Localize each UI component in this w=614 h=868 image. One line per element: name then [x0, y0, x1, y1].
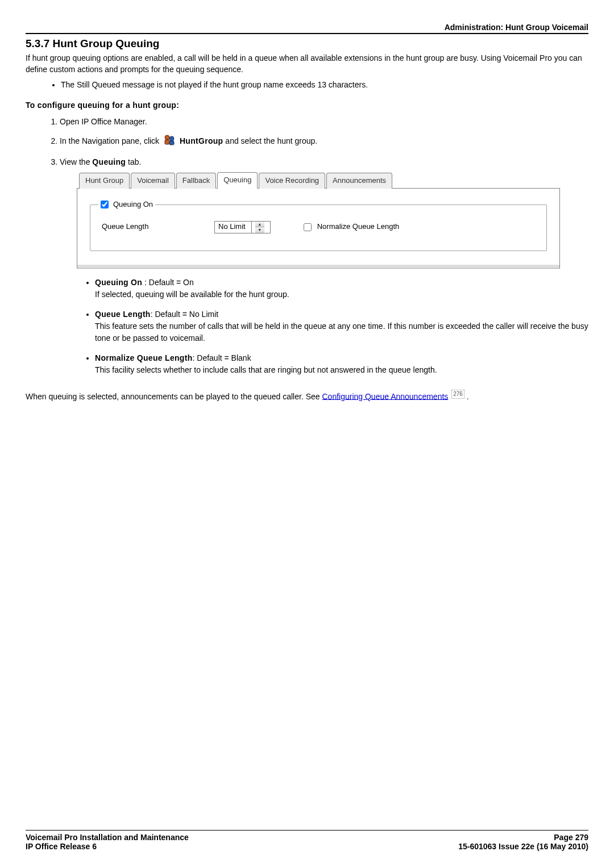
svg-point-0 [165, 135, 169, 140]
configure-heading: To configure queuing for a hunt group: [26, 101, 588, 110]
spinner-buttons: ▲ ▼ [251, 221, 270, 233]
step-3: View the Queuing tab. Hunt Group Voicema… [60, 156, 588, 376]
tab-hunt-group[interactable]: Hunt Group [79, 173, 130, 189]
desc3-colon: : Default = Blank [193, 353, 251, 362]
step-3-post: tab. [128, 157, 141, 166]
page-footer: Voicemail Pro Installation and Maintenan… [26, 830, 588, 851]
footer-right-1: Page 279 [554, 833, 588, 842]
step-2-term: HuntGroup [180, 136, 223, 145]
header-title: Administration: Hunt Group Voicemail [445, 23, 588, 32]
step-2-post: and select the hunt group. [225, 136, 317, 145]
tab-panel: Hunt Group Voicemail Fallback Queuing Vo… [77, 172, 560, 269]
top-note-item: The Still Queued message is not played i… [61, 79, 588, 90]
tab-voice-recording[interactable]: Voice Recording [259, 173, 325, 189]
desc1-text: If selected, queuing will be available f… [95, 290, 289, 299]
intro-text: If hunt group queuing options are enable… [26, 52, 588, 76]
tab-row: Hunt Group Voicemail Fallback Queuing Vo… [77, 172, 560, 189]
svg-rect-3 [169, 141, 174, 145]
queuing-fieldset: Queuing On Queue Length No Limit ▲ ▼ [90, 199, 547, 251]
queuing-on-checkbox[interactable] [101, 201, 109, 208]
desc1-term: Queuing On [95, 278, 142, 287]
footer-left-2: IP Office Release 6 [26, 842, 97, 851]
step-3-pre: View the [60, 157, 92, 166]
tab-voicemail[interactable]: Voicemail [131, 173, 175, 189]
header-bar: Administration: Hunt Group Voicemail [26, 23, 588, 34]
step-2-pre: In the Navigation pane, click [60, 136, 161, 145]
desc2-text: This feature sets the number of calls th… [95, 322, 588, 343]
footer-right-2: 15-601063 Issue 22e (16 May 2010) [458, 842, 588, 851]
normalize-label: Normalize Queue Length [317, 221, 400, 233]
spinner-down-icon[interactable]: ▼ [255, 227, 264, 233]
queue-length-label: Queue Length [102, 221, 198, 233]
queue-length-spinner[interactable]: No Limit ▲ ▼ [214, 221, 271, 233]
step-2: In the Navigation pane, click HuntGroup … [60, 133, 588, 149]
closing-paragraph: When queuing is selected, announcements … [26, 390, 588, 402]
tab-content: Queuing On Queue Length No Limit ▲ ▼ [77, 189, 560, 269]
desc-normalize: Normalize Queue Length: Default = Blank … [95, 352, 588, 376]
fieldset-row: Queue Length No Limit ▲ ▼ Normalize [98, 219, 536, 233]
normalize-wrap: Normalize Queue Length [304, 221, 400, 233]
tab-announcements[interactable]: Announcements [326, 173, 392, 189]
desc-queue-length: Queue Length: Default = No Limit This fe… [95, 308, 588, 344]
field-description-list: Queuing On : Default = On If selected, q… [77, 277, 588, 376]
desc-queuing-on: Queuing On : Default = On If selected, q… [95, 277, 588, 301]
normalize-checkbox[interactable] [304, 223, 312, 231]
desc3-text: This facility selects whether to include… [95, 365, 437, 374]
step-1: Open IP Office Manager. [60, 115, 588, 128]
queuing-on-label: Queuing On [113, 199, 153, 211]
footer-left: Voicemail Pro Installation and Maintenan… [26, 833, 189, 851]
queue-length-value: No Limit [215, 220, 251, 233]
tab-fallback[interactable]: Fallback [176, 173, 216, 189]
page-ref-badge: 276 [451, 390, 464, 399]
steps-list: Open IP Office Manager. In the Navigatio… [26, 115, 588, 376]
tab-queuing[interactable]: Queuing [217, 172, 258, 189]
configuring-announcements-link[interactable]: Configuring Queue Announcements [322, 391, 448, 400]
desc3-term: Normalize Queue Length [95, 353, 193, 362]
closing-pre: When queuing is selected, announcements … [26, 391, 322, 400]
footer-right: Page 279 15-601063 Issue 22e (16 May 201… [458, 833, 588, 851]
desc1-colon: : Default = On [142, 278, 194, 287]
huntgroup-icon [163, 133, 176, 149]
svg-point-1 [169, 136, 174, 141]
section-title: 5.3.7 Hunt Group Queuing [26, 37, 588, 50]
page-root: Administration: Hunt Group Voicemail 5.3… [0, 0, 614, 868]
desc2-colon: : Default = No Limit [151, 310, 218, 319]
svg-rect-2 [165, 140, 169, 144]
desc2-term: Queue Length [95, 310, 151, 319]
top-note-list: The Still Queued message is not played i… [26, 79, 588, 90]
footer-left-1: Voicemail Pro Installation and Maintenan… [26, 833, 189, 842]
spinner-up-icon[interactable]: ▲ [255, 222, 264, 228]
queuing-on-legend: Queuing On [98, 199, 155, 211]
step-3-tab-name: Queuing [92, 157, 126, 166]
